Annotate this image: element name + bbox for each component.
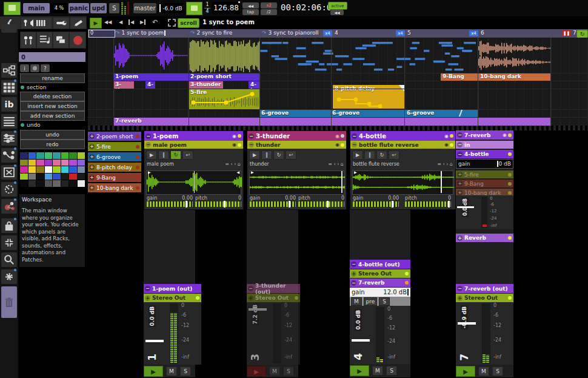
panic-button[interactable]: panic <box>68 3 89 13</box>
sample-menu-icons[interactable]: ≡ ‹ › ⌂ <box>225 161 241 167</box>
color-swatch[interactable] <box>69 180 77 187</box>
color-swatch[interactable] <box>28 174 36 180</box>
pitch-slider[interactable]: pitch0 <box>298 195 344 207</box>
color-swatch[interactable] <box>78 174 85 180</box>
timeline-section-6[interactable]: 6 <box>481 30 484 36</box>
return-to-start-button[interactable]: ◀◀ <box>330 10 344 15</box>
timeline-section-1[interactable]: ↷1 sync to poem <box>115 30 165 36</box>
redo-button[interactable]: redo <box>20 140 85 149</box>
grid-icon[interactable] <box>1 80 17 95</box>
clip-10-bang-dark[interactable]: 10-bang dark <box>478 73 551 81</box>
color-swatch[interactable] <box>36 160 44 166</box>
solo-button[interactable]: S <box>492 366 503 376</box>
sampler-loop-button[interactable]: ↻ <box>376 150 387 160</box>
clip-2-poem-short[interactable]: 2-poem short <box>189 73 259 81</box>
color-swatch[interactable] <box>20 174 28 180</box>
fader-value[interactable]: 0.0 dB <box>149 305 156 327</box>
timeline-zero-box[interactable]: 0 <box>89 30 115 38</box>
device-header[interactable]: −male poem◉ <box>144 141 243 149</box>
lock-icon[interactable] <box>1 218 17 233</box>
clip-3-thunder[interactable]: 3-thunder <box>189 81 223 89</box>
color-swatch[interactable] <box>69 160 77 166</box>
camera-icon[interactable]: ◉ <box>444 142 449 147</box>
color-swatch[interactable] <box>53 174 61 180</box>
device-header[interactable]: −thunder◉ <box>247 141 346 149</box>
solo-button[interactable]: S <box>109 3 119 13</box>
send-gain-input[interactable]: gain12.0 dB <box>350 288 410 297</box>
stereo-out-header[interactable]: +Stereo Out <box>350 269 410 278</box>
color-swatch[interactable] <box>61 166 69 173</box>
hierarchy-icon[interactable] <box>1 63 17 78</box>
loop-toggle-button[interactable]: ↻ <box>576 30 588 38</box>
color-swatch[interactable] <box>78 160 85 166</box>
solo-button[interactable]: S <box>386 366 397 376</box>
rewind-button[interactable]: ◀◀ <box>104 19 112 25</box>
reverb-gain-box[interactable]: gain0 dB <box>456 159 513 169</box>
color-swatch[interactable] <box>28 160 36 166</box>
stereo-out-header[interactable]: +Stereo Out <box>456 294 513 302</box>
reverb-fader[interactable]: 0.0 dB 0 -6 -12 -24 -inf <box>456 195 513 229</box>
color-swatch[interactable] <box>61 174 69 180</box>
color-swatch[interactable] <box>69 166 77 173</box>
color-swatch[interactable] <box>28 180 36 187</box>
clip-4-b[interactable]: 4-b <box>249 81 259 89</box>
sample-waveform[interactable]: ▶ <box>352 170 453 195</box>
sampler-loopback-button[interactable]: ↩ <box>389 150 399 160</box>
reverb-item-9-bang[interactable]: +9-Bang <box>456 180 513 187</box>
wrench-button[interactable] <box>53 17 70 29</box>
color-swatch[interactable] <box>45 180 53 187</box>
close-box-icon[interactable] <box>1 165 17 180</box>
sampler-loopback-button[interactable]: ↩ <box>182 150 193 160</box>
pitch-slider[interactable]: pitch0 <box>405 195 451 207</box>
clip-6-groove-1[interactable]: 6-groove <box>259 109 330 117</box>
to-start-button[interactable]: ◀ <box>129 19 134 25</box>
clip-5-fire[interactable]: 5-fire <box>189 89 259 109</box>
reverb-item-5-fire[interactable]: +5-fire <box>456 170 513 178</box>
clip-3-thun[interactable]: 3-thun <box>113 81 134 89</box>
rack-item-5-fire[interactable]: +5-fire <box>88 142 141 151</box>
sampler-pause-button[interactable]: ‖ <box>261 150 272 160</box>
pencil-button[interactable] <box>70 17 87 29</box>
clip-7-reverb[interactable]: 7-reverb <box>113 117 550 126</box>
camera-icon[interactable]: ◉ <box>444 133 449 139</box>
fader-handle[interactable] <box>249 308 267 311</box>
device-header[interactable]: −bottle flute reverse◉ <box>350 141 455 149</box>
search-icon[interactable] <box>1 252 17 267</box>
rack-item-9-bang[interactable]: +9-Bang <box>88 173 141 182</box>
fader-handle[interactable] <box>145 340 164 342</box>
sample-waveform[interactable]: ▶ <box>249 170 344 195</box>
to-end-button[interactable]: ▶ <box>140 19 145 25</box>
color-swatch[interactable] <box>53 166 61 173</box>
fader-value[interactable]: -0.9 dB <box>461 305 468 329</box>
fader-value[interactable]: 0.0 dB <box>355 309 362 331</box>
help-button[interactable]: ? <box>41 64 50 72</box>
scroll-button[interactable]: scroll <box>178 18 199 28</box>
color-swatch[interactable] <box>78 180 85 187</box>
rack-header[interactable]: −1-poem◉ <box>144 131 243 141</box>
mixer-sliders-icon[interactable] <box>1 131 17 146</box>
upd-button[interactable]: upd <box>90 3 107 13</box>
send-7-reverb-header[interactable]: −7-reverb <box>350 278 410 287</box>
color-swatch[interactable] <box>78 152 85 159</box>
step-back-button[interactable]: ◀ <box>119 19 122 25</box>
strip-play-button[interactable]: ▶ <box>144 366 163 377</box>
color-swatch[interactable] <box>53 152 61 159</box>
list-lines-icon[interactable] <box>1 114 17 129</box>
timeline-section-2[interactable]: ↷2 sync to fire <box>190 30 232 36</box>
camera-icon[interactable]: ◉ <box>335 133 339 139</box>
stereo-out-header[interactable]: +Stereo Out <box>144 294 201 302</box>
rack-header[interactable]: −7-reverb◉ <box>456 130 513 140</box>
record-button[interactable] <box>69 32 86 49</box>
delete-section-button[interactable]: delete section <box>20 92 85 101</box>
undo-arrow-button[interactable]: ↶ <box>152 18 158 26</box>
time-signature[interactable]: 14 <box>204 2 210 15</box>
camera-icon[interactable]: ◉ <box>335 142 339 147</box>
sampler-pause-button[interactable]: ‖ <box>158 150 169 160</box>
mute-button[interactable]: M <box>269 366 280 376</box>
strip-header[interactable]: −7-reverb (out) <box>456 284 513 293</box>
color-swatch[interactable] <box>53 160 61 166</box>
reverb-in-header[interactable]: −in <box>456 141 513 149</box>
gear-icon[interactable] <box>1 269 17 284</box>
master-gain-value[interactable]: -6.0 dB <box>158 3 184 13</box>
timeline-section-5[interactable]: 5 <box>407 30 411 36</box>
